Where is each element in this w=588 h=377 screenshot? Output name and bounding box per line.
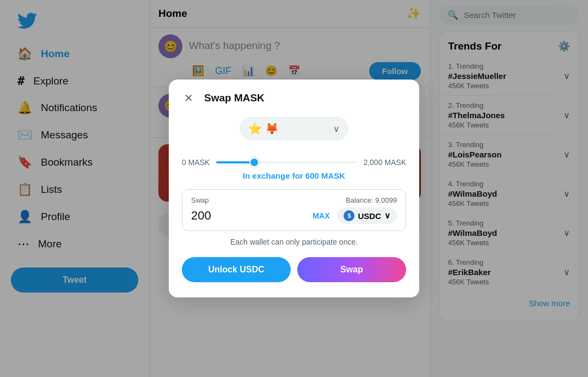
token-badge[interactable]: $ USDC ∨ — [337, 208, 397, 224]
dropdown-chevron-icon: ∨ — [333, 124, 340, 134]
modal-buttons: Unlock USDC Swap — [182, 257, 406, 282]
balance-label: Balance: 9.0099 — [346, 196, 397, 204]
unlock-usdc-button[interactable]: Unlock USDC — [182, 257, 291, 282]
swap-confirm-button[interactable]: Swap — [297, 257, 406, 282]
slider-min-label: 0 MASK — [182, 158, 210, 167]
token-dropdown-icon: ∨ — [384, 211, 390, 221]
slider-thumb[interactable] — [249, 157, 259, 167]
modal-title: Swap MASK — [204, 92, 265, 104]
exchange-value: 600 MASK — [305, 171, 345, 180]
token-icon-2: 🦊 — [265, 122, 279, 135]
swap-modal: ✕ Swap MASK ⭐ 🦊 ∨ 0 MASK 2,000 MASK — [169, 80, 419, 297]
slider-row: 0 MASK 2,000 MASK — [182, 158, 406, 167]
exchange-label: In exchange for — [243, 171, 303, 180]
modal-overlay[interactable]: ✕ Swap MASK ⭐ 🦊 ∨ 0 MASK 2,000 MASK — [0, 0, 588, 377]
token-selector[interactable]: ⭐ 🦊 ∨ — [240, 117, 348, 141]
max-button[interactable]: MAX — [313, 211, 329, 220]
slider-fill — [216, 161, 254, 163]
token-icons: ⭐ 🦊 — [248, 122, 279, 135]
modal-close-button[interactable]: ✕ — [182, 90, 195, 106]
token-name: USDC — [358, 211, 381, 221]
modal-header: ✕ Swap MASK — [182, 90, 406, 106]
swap-input-row: Swap Balance: 9.0099 200 MAX $ USDC ∨ — [182, 189, 406, 231]
swap-input-value[interactable]: 200 — [191, 209, 308, 223]
swap-input-label: Swap — [191, 196, 209, 204]
slider-max-label: 2,000 MASK — [363, 158, 406, 167]
wallet-note: Each wallet can only participate once. — [182, 238, 406, 246]
swap-input-inner: 200 MAX $ USDC ∨ — [191, 208, 397, 224]
exchange-info: In exchange for 600 MASK — [182, 171, 406, 180]
usdc-icon: $ — [344, 210, 354, 221]
slider-track[interactable] — [216, 161, 357, 163]
token-icon-1: ⭐ — [248, 122, 262, 135]
swap-label-row: Swap Balance: 9.0099 — [191, 196, 397, 204]
